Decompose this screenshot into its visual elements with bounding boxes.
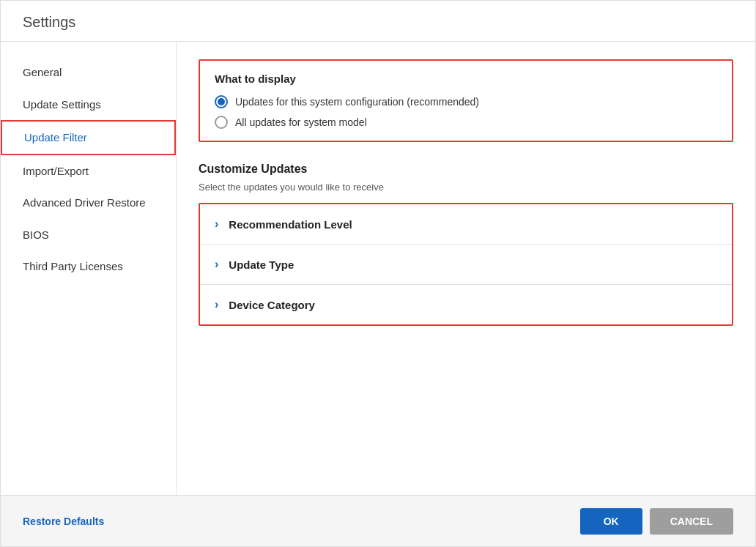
radio-label-all-updates: All updates for system model <box>235 116 367 128</box>
accordion-item-device-category[interactable]: › Device Category <box>200 285 732 324</box>
accordion-label-recommendation-level: Recommendation Level <box>229 218 352 231</box>
dialog-footer: Restore Defaults OK CANCEL <box>1 495 755 546</box>
sidebar-item-third-party-licenses[interactable]: Third Party Licenses <box>1 250 176 283</box>
sidebar-item-import-export[interactable]: Import/Export <box>1 155 176 187</box>
radio-label-recommended: Updates for this system configuration (r… <box>235 96 479 108</box>
chevron-recommendation-icon: › <box>215 217 218 231</box>
settings-sidebar: General Update Settings Update Filter Im… <box>1 42 177 495</box>
sidebar-item-advanced-driver-restore[interactable]: Advanced Driver Restore <box>1 187 176 219</box>
chevron-device-category-icon: › <box>215 298 218 311</box>
dialog-body: General Update Settings Update Filter Im… <box>1 42 755 495</box>
chevron-update-type-icon: › <box>215 258 218 271</box>
accordion-label-update-type: Update Type <box>229 258 294 271</box>
radio-circle-recommended <box>215 95 228 108</box>
what-to-display-section: What to display Updates for this system … <box>199 59 733 142</box>
cancel-button[interactable]: CANCEL <box>650 508 733 535</box>
restore-defaults-button[interactable]: Restore Defaults <box>23 516 104 527</box>
radio-option-recommended[interactable]: Updates for this system configuration (r… <box>215 95 717 108</box>
radio-circle-all-updates <box>215 116 228 129</box>
customize-updates-accordion: › Recommendation Level › Update Type › D… <box>199 203 733 326</box>
dialog-title: Settings <box>23 14 75 30</box>
accordion-item-update-type[interactable]: › Update Type <box>200 245 732 285</box>
sidebar-item-bios[interactable]: BIOS <box>1 219 176 251</box>
customize-updates-desc: Select the updates you would like to rec… <box>199 182 733 193</box>
ok-button[interactable]: OK <box>580 508 642 535</box>
settings-dialog: Settings General Update Settings Update … <box>0 0 756 547</box>
main-content: What to display Updates for this system … <box>177 42 755 495</box>
accordion-item-recommendation-level[interactable]: › Recommendation Level <box>200 204 732 245</box>
sidebar-item-update-filter[interactable]: Update Filter <box>1 120 176 155</box>
accordion-label-device-category: Device Category <box>229 299 315 311</box>
sidebar-item-update-settings[interactable]: Update Settings <box>1 89 176 121</box>
what-to-display-title: What to display <box>215 72 717 85</box>
dialog-header: Settings <box>1 1 755 42</box>
sidebar-item-general[interactable]: General <box>1 56 176 89</box>
radio-option-all-updates[interactable]: All updates for system model <box>215 116 717 129</box>
footer-action-buttons: OK CANCEL <box>580 508 733 535</box>
customize-updates-title: Customize Updates <box>199 163 733 176</box>
